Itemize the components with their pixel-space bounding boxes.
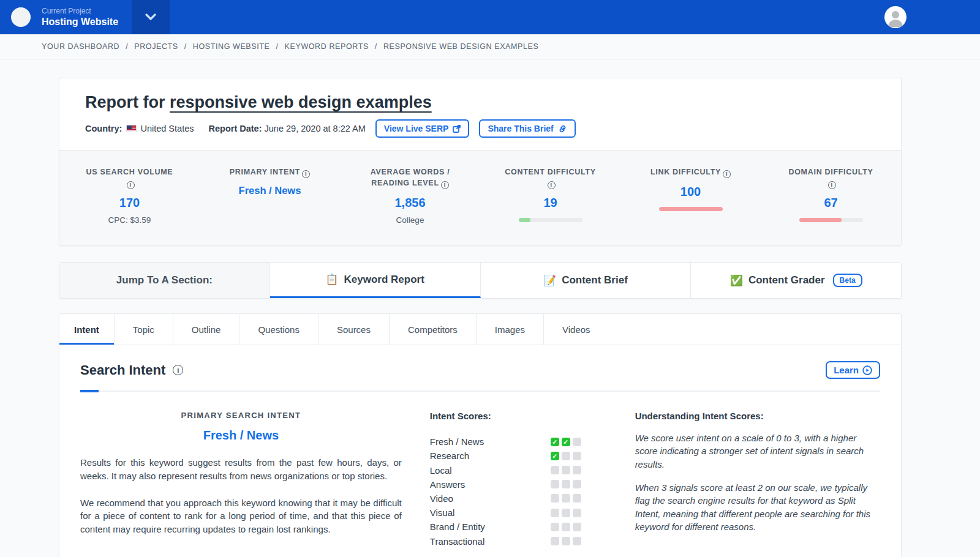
- info-icon[interactable]: i: [173, 365, 183, 375]
- score-empty-square: [573, 537, 581, 545]
- score-empty-square: [573, 509, 581, 517]
- top-bar: Current Project Hosting Website: [0, 0, 980, 34]
- search-intent-heading: Search Intent i: [80, 362, 183, 378]
- score-empty-square: [562, 494, 570, 503]
- intent-paragraph-1: Results for this keyword suggest results…: [80, 456, 402, 483]
- stat-label: US Search Volume: [86, 168, 173, 176]
- stat-link-difficulty: Link Difficultyi 100: [620, 166, 761, 225]
- info-icon[interactable]: i: [127, 181, 135, 189]
- jump-keyword-report[interactable]: 📋 Keyword Report: [270, 263, 481, 298]
- report-tabs: Intent Topic Outline Questions Sources C…: [59, 314, 901, 345]
- breadcrumb-separator: /: [276, 42, 279, 51]
- breadcrumb: YOUR DASHBOARD / PROJECTS / HOSTING WEBS…: [0, 34, 980, 59]
- tab-competitors[interactable]: Competitors: [390, 314, 477, 345]
- stat-value: Fresh / News: [239, 185, 301, 196]
- primary-search-intent-value: Fresh / News: [80, 428, 402, 443]
- score-row-fresh-news: Fresh / News ✓✓: [430, 435, 581, 449]
- tab-intent[interactable]: Intent: [59, 314, 115, 345]
- score-label: Local: [430, 465, 452, 476]
- memo-icon: 📝: [543, 274, 556, 287]
- jump-content-brief[interactable]: 📝 Content Brief: [481, 263, 692, 298]
- score-squares: ✓✓: [551, 438, 581, 446]
- stat-value: 19: [543, 196, 557, 210]
- understanding-paragraph-2: When 3 signals score at least 2 on our s…: [635, 481, 880, 533]
- info-icon[interactable]: i: [548, 181, 556, 189]
- breadcrumb-keyword-reports[interactable]: KEYWORD REPORTS: [285, 42, 369, 51]
- score-row-brand-entity: Brand / Entity: [430, 520, 581, 534]
- breadcrumb-projects[interactable]: PROJECTS: [134, 42, 178, 51]
- share-brief-button[interactable]: Share This Brief: [479, 119, 575, 138]
- learn-button[interactable]: Learn: [826, 361, 880, 379]
- intent-scores-heading: Intent Scores:: [430, 411, 581, 421]
- score-check-icon: ✓: [562, 438, 570, 446]
- play-circle-icon: [862, 365, 872, 375]
- tab-sources[interactable]: Sources: [318, 314, 390, 345]
- tab-videos[interactable]: Videos: [544, 314, 609, 345]
- country-value: United States: [140, 124, 194, 133]
- stat-sub: College: [396, 215, 424, 225]
- info-icon[interactable]: i: [723, 170, 731, 178]
- primary-intent-column: Primary Search Intent Fresh / News Resul…: [80, 411, 402, 548]
- score-squares: [551, 509, 581, 517]
- score-label: Visual: [430, 507, 455, 518]
- us-flag-icon: [126, 125, 137, 132]
- stat-label: Link Difficulty: [650, 168, 721, 176]
- score-empty-square: [562, 509, 570, 517]
- score-empty-square: [562, 523, 570, 531]
- tab-outline[interactable]: Outline: [173, 314, 240, 345]
- link-icon: [558, 125, 567, 133]
- score-squares: [551, 480, 581, 488]
- understanding-heading: Understanding Intent Scores:: [635, 411, 880, 421]
- score-squares: [551, 466, 581, 474]
- user-avatar[interactable]: [884, 6, 907, 28]
- score-empty-square: [573, 480, 581, 488]
- current-project-label: Current Project: [42, 7, 118, 15]
- info-icon[interactable]: i: [441, 181, 449, 189]
- breadcrumb-hosting-website[interactable]: HOSTING WEBSITE: [193, 42, 270, 51]
- score-label: Research: [430, 450, 469, 461]
- score-squares: [551, 494, 581, 503]
- info-icon[interactable]: i: [828, 181, 836, 189]
- difficulty-bar: [659, 207, 723, 211]
- score-empty-square: [551, 494, 559, 503]
- jump-keyword-report-label: Keyword Report: [344, 274, 424, 286]
- score-empty-square: [573, 466, 581, 474]
- score-label: Answers: [430, 479, 466, 490]
- current-project: Current Project Hosting Website: [42, 7, 118, 28]
- jump-content-grader[interactable]: ✅ Content Grader Beta: [691, 263, 901, 298]
- check-mark-icon: ✅: [730, 274, 743, 287]
- score-label: Fresh / News: [430, 436, 484, 447]
- external-link-icon: [453, 125, 461, 133]
- project-dropdown-button[interactable]: [132, 0, 170, 34]
- report-title-prefix: Report for: [85, 93, 170, 111]
- view-live-serp-label: View Live SERP: [384, 124, 449, 133]
- learn-label: Learn: [834, 365, 859, 375]
- stat-value: 170: [119, 196, 140, 210]
- score-empty-square: [551, 466, 559, 474]
- score-empty-square: [551, 509, 559, 517]
- view-live-serp-button[interactable]: View Live SERP: [375, 119, 470, 138]
- stat-sub: CPC: $3.59: [108, 215, 151, 225]
- tab-questions[interactable]: Questions: [239, 314, 318, 345]
- stat-us-search-volume: US Search Volumei 170 CPC: $3.59: [59, 166, 200, 225]
- score-empty-square: [551, 523, 559, 531]
- page-title: Report for responsive web design example…: [85, 93, 875, 112]
- section-divider: [80, 390, 880, 392]
- breadcrumb-dashboard[interactable]: YOUR DASHBOARD: [42, 42, 119, 51]
- tab-images[interactable]: Images: [477, 314, 544, 345]
- breadcrumb-separator: /: [126, 42, 128, 51]
- score-check-icon: ✓: [551, 438, 559, 446]
- breadcrumb-current-page: RESPONSIVE WEB DESIGN EXAMPLES: [383, 42, 538, 51]
- difficulty-bar: [799, 218, 863, 222]
- score-empty-square: [573, 452, 581, 460]
- stat-primary-intent: Primary Intenti Fresh / News: [200, 166, 340, 225]
- jump-content-brief-label: Content Brief: [562, 274, 628, 286]
- report-date-label: Report Date:: [208, 124, 262, 133]
- stat-label: Average Words / Reading Level: [371, 168, 450, 187]
- score-empty-square: [573, 438, 581, 446]
- breadcrumb-separator: /: [184, 42, 187, 51]
- beta-badge: Beta: [833, 274, 862, 287]
- project-avatar: [11, 7, 31, 27]
- tab-topic[interactable]: Topic: [115, 314, 173, 345]
- info-icon[interactable]: i: [302, 170, 310, 178]
